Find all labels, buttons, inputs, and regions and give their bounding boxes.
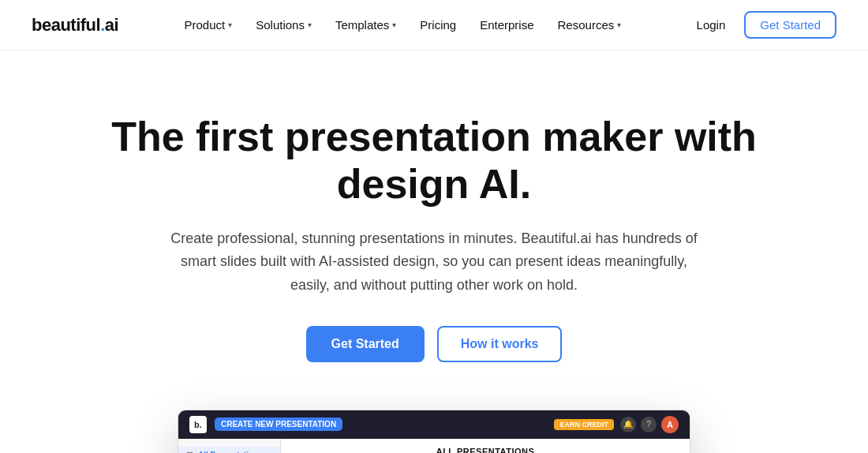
nav-pricing[interactable]: Pricing: [410, 13, 466, 36]
chevron-down-icon: ▾: [617, 21, 621, 29]
chevron-down-icon: ▾: [228, 21, 232, 29]
navbar: beautiful.ai Product ▾ Solutions ▾ Templ…: [0, 0, 868, 51]
user-avatar[interactable]: A: [661, 416, 679, 433]
nav-get-started-button[interactable]: Get Started: [744, 11, 836, 39]
app-preview: b. CREATE NEW PRESENTATION EARN CREDIT 🔔…: [178, 410, 690, 453]
app-logo-icon: b.: [189, 416, 207, 433]
hero-how-it-works-button[interactable]: How it works: [437, 326, 563, 362]
login-button[interactable]: Login: [687, 13, 735, 36]
sidebar-all-presentations[interactable]: ▦ All Presentations: [178, 447, 280, 453]
nav-solutions[interactable]: Solutions ▾: [246, 13, 321, 36]
nav-actions: Login Get Started: [687, 11, 836, 39]
chevron-down-icon: ▾: [392, 21, 396, 29]
presentations-section-title: ALL PRESENTATIONS: [292, 447, 679, 453]
hero-headline: The first presentation maker with design…: [110, 114, 758, 208]
nav-enterprise[interactable]: Enterprise: [470, 13, 543, 36]
notification-icon[interactable]: 🔔: [620, 417, 636, 432]
earn-credit-badge: EARN CREDIT: [554, 419, 614, 430]
chrome-icons: 🔔 ? A: [620, 416, 679, 433]
chrome-right: EARN CREDIT 🔔 ? A: [554, 416, 679, 433]
nav-templates[interactable]: Templates ▾: [326, 13, 406, 36]
app-main: ALL PRESENTATIONS Growth Marketing 🌸 Le: [281, 439, 690, 453]
app-sidebar: ▦ All Presentations ○ Owned By Me ⇉ Shar…: [178, 439, 281, 453]
hero-subtext: Create professional, stunning presentati…: [166, 227, 702, 298]
hero-get-started-button[interactable]: Get Started: [306, 326, 425, 362]
chevron-down-icon: ▾: [308, 21, 312, 29]
app-chrome-bar: b. CREATE NEW PRESENTATION EARN CREDIT 🔔…: [178, 410, 690, 439]
app-body: ▦ All Presentations ○ Owned By Me ⇉ Shar…: [178, 439, 690, 453]
hero-buttons: Get Started How it works: [110, 326, 758, 362]
hero-section: The first presentation maker with design…: [79, 51, 789, 453]
nav-links: Product ▾ Solutions ▾ Templates ▾ Pricin…: [175, 13, 631, 36]
brand-logo[interactable]: beautiful.ai: [32, 15, 118, 36]
chrome-left: b. CREATE NEW PRESENTATION: [189, 416, 342, 433]
nav-product[interactable]: Product ▾: [175, 13, 242, 36]
create-new-presentation-button[interactable]: CREATE NEW PRESENTATION: [215, 417, 342, 431]
help-icon[interactable]: ?: [641, 417, 657, 432]
nav-resources[interactable]: Resources ▾: [548, 13, 631, 36]
